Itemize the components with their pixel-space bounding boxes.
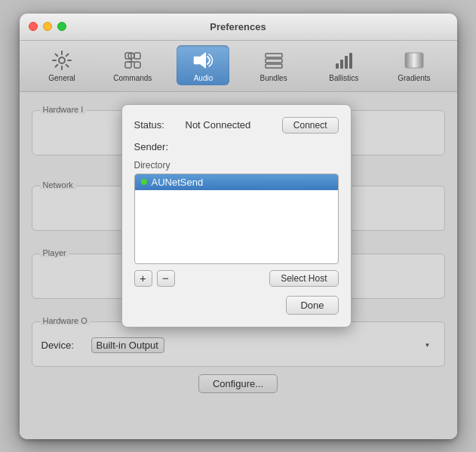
- tab-ballistics-label: Ballistics: [329, 74, 358, 82]
- connect-button[interactable]: Connect: [282, 117, 339, 134]
- gradients-icon: [402, 48, 426, 72]
- directory-item-aunet[interactable]: AUNetSend: [135, 174, 338, 190]
- tab-gradients[interactable]: Gradients: [388, 45, 441, 85]
- sender-row: Sender:: [134, 141, 339, 152]
- audio-icon: [191, 48, 215, 72]
- device-select-wrap: Built-in Output: [91, 337, 435, 353]
- tab-gradients-label: Gradients: [398, 74, 430, 82]
- titlebar: Preferences: [20, 14, 457, 41]
- svg-rect-2: [134, 53, 140, 59]
- svg-rect-4: [134, 62, 140, 68]
- minimize-button[interactable]: [43, 22, 52, 31]
- status-value: Not Connected: [186, 119, 251, 131]
- directory-item-label: AUNetSend: [152, 177, 204, 188]
- tab-commands[interactable]: Commands: [106, 45, 159, 85]
- directory-list[interactable]: AUNetSend: [134, 174, 339, 264]
- modal-container: Status: Not Connected Connect Sender: Di…: [121, 104, 355, 327]
- svg-rect-14: [405, 53, 423, 68]
- hardware-output-label: Hardware O: [40, 316, 91, 325]
- configure-button[interactable]: Configure...: [198, 374, 278, 393]
- modal: Status: Not Connected Connect Sender: Di…: [121, 104, 352, 327]
- directory-empty-4: [135, 240, 338, 257]
- hardware-output-section: Hardware O Device: Built-in Output: [32, 321, 445, 367]
- select-host-button[interactable]: Select Host: [269, 270, 338, 287]
- hardware-input-label: Hardware I: [40, 105, 87, 114]
- tab-audio-label: Audio: [194, 74, 213, 82]
- status-label: Status:: [134, 119, 180, 131]
- svg-rect-11: [340, 60, 343, 69]
- svg-rect-13: [349, 53, 352, 69]
- done-row: Done: [134, 296, 339, 315]
- tab-bundles[interactable]: Bundles: [247, 45, 300, 85]
- svg-rect-5: [194, 57, 200, 64]
- modal-bottom-controls: + − Select Host: [134, 270, 339, 287]
- svg-rect-9: [266, 64, 282, 68]
- svg-rect-3: [125, 62, 131, 68]
- window-title: Preferences: [210, 21, 266, 32]
- network-label: Network: [40, 180, 76, 189]
- sender-label: Sender:: [134, 141, 180, 152]
- maximize-button[interactable]: [57, 22, 66, 31]
- commands-icon: [121, 48, 145, 72]
- directory-empty-3: [135, 223, 338, 240]
- svg-point-0: [59, 57, 65, 63]
- player-label: Player: [40, 248, 69, 257]
- device-select[interactable]: Built-in Output: [91, 337, 164, 353]
- svg-rect-10: [336, 63, 339, 69]
- body: Hardware I Network Player Hardware O Dev…: [20, 92, 457, 439]
- device-row: Device: Built-in Output: [41, 337, 435, 353]
- done-button[interactable]: Done: [286, 296, 338, 315]
- directory-label: Directory: [134, 160, 339, 171]
- window-controls: [29, 22, 66, 31]
- tab-bundles-label: Bundles: [260, 74, 287, 82]
- svg-marker-6: [200, 52, 206, 69]
- svg-rect-8: [266, 59, 282, 63]
- tab-audio[interactable]: Audio: [177, 45, 229, 85]
- directory-empty-1: [135, 190, 338, 207]
- tab-general[interactable]: General: [35, 45, 88, 85]
- tab-ballistics[interactable]: Ballistics: [318, 45, 370, 85]
- add-button[interactable]: +: [134, 270, 152, 287]
- svg-rect-7: [266, 54, 282, 57]
- svg-rect-12: [345, 56, 348, 69]
- status-row: Status: Not Connected Connect: [134, 117, 339, 134]
- tab-general-label: General: [48, 74, 75, 82]
- device-label: Device:: [41, 340, 87, 351]
- bundles-icon: [262, 48, 286, 72]
- preferences-window: Preferences General: [20, 14, 457, 439]
- close-button[interactable]: [29, 22, 38, 31]
- remove-button[interactable]: −: [157, 270, 175, 287]
- tab-commands-label: Commands: [113, 74, 152, 82]
- gear-icon: [50, 48, 74, 72]
- ballistics-icon: [332, 48, 356, 72]
- directory-empty-2: [135, 207, 338, 223]
- toolbar: General Commands: [20, 41, 457, 92]
- status-dot-green: [141, 179, 147, 185]
